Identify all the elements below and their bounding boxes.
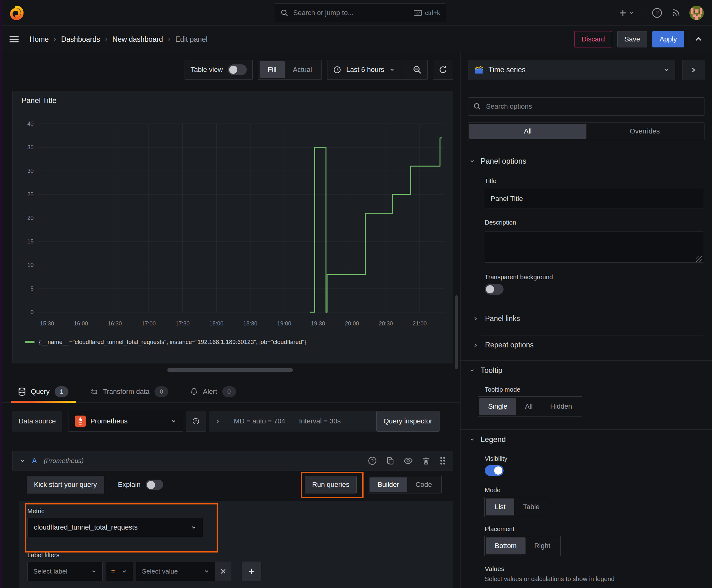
global-search[interactable]: ctrl+k: [275, 3, 446, 22]
chevron-right-icon: [690, 67, 697, 73]
svg-text:0: 0: [30, 309, 34, 315]
tab-transform-label: Transform data: [103, 387, 149, 396]
svg-text:18:00: 18:00: [209, 320, 223, 327]
query-inspector-button[interactable]: Query inspector: [376, 411, 439, 432]
mode-table-option[interactable]: Table: [514, 499, 548, 516]
select-value-dropdown[interactable]: Select value: [136, 562, 215, 581]
fill-option[interactable]: Fill: [260, 61, 285, 78]
options-search-input[interactable]: [486, 102, 699, 111]
help-button[interactable]: ?: [652, 7, 662, 18]
news-rss-button[interactable]: [671, 8, 681, 18]
delete-query-trash-icon[interactable]: [422, 457, 430, 465]
search-input[interactable]: [293, 8, 409, 17]
builder-option[interactable]: Builder: [369, 478, 407, 492]
chevron-down-icon: [122, 569, 127, 574]
transparent-background-toggle[interactable]: [485, 284, 503, 295]
collapse-header-button[interactable]: [694, 35, 703, 43]
legend-item[interactable]: {__name__="cloudflared_tunnel_total_requ…: [25, 339, 306, 345]
chevron-down-icon: [469, 368, 475, 373]
kick-start-query-button[interactable]: Kick start your query: [27, 476, 104, 493]
close-icon: [220, 569, 226, 574]
apply-button[interactable]: Apply: [652, 31, 684, 47]
query-help-icon[interactable]: ?: [368, 456, 377, 465]
options-search[interactable]: [468, 97, 705, 115]
query-options-summary[interactable]: MD = auto = 704 Interval = 30s: [209, 411, 376, 432]
remove-filter-button[interactable]: [215, 562, 231, 581]
collapse-options-button[interactable]: [683, 60, 705, 80]
tab-transform-data[interactable]: Transform data 0: [82, 381, 176, 402]
actual-option[interactable]: Actual: [285, 61, 320, 78]
explain-label: Explain: [118, 481, 141, 489]
tab-all[interactable]: All: [469, 124, 586, 139]
breadcrumb-home[interactable]: Home: [29, 35, 49, 44]
metric-select[interactable]: cloudflared_tunnel_total_requests: [27, 518, 203, 537]
transparent-background-label: Transparent background: [485, 274, 553, 281]
chevron-down-icon: [469, 158, 475, 164]
mode-label: Mode: [485, 486, 500, 494]
repeat-options-section[interactable]: Repeat options: [473, 341, 534, 349]
svg-text:19:30: 19:30: [311, 320, 325, 327]
mode-list-option[interactable]: List: [486, 499, 514, 516]
query-ref-id[interactable]: A: [32, 457, 37, 465]
menu-toggle[interactable]: [9, 36, 19, 43]
drag-handle-icon[interactable]: [439, 456, 446, 465]
collapse-query-icon[interactable]: [19, 458, 25, 464]
title-field-label: Title: [485, 177, 496, 185]
tab-query[interactable]: Query 1: [10, 381, 77, 402]
hide-query-eye-icon[interactable]: [404, 457, 412, 465]
placement-bottom-option[interactable]: Bottom: [486, 538, 525, 554]
select-label-dropdown[interactable]: Select label: [27, 562, 103, 581]
chevron-down-icon: [91, 569, 97, 574]
add-filter-button[interactable]: [242, 562, 261, 581]
panel-title-input[interactable]: [485, 189, 703, 209]
vertical-scrollbar[interactable]: [455, 295, 458, 369]
legend-swatch: [25, 341, 35, 343]
grafana-logo[interactable]: [9, 5, 24, 20]
zoom-out-time-button[interactable]: [407, 65, 427, 74]
data-source-row: Data source Prometheus ? MD = auto = 704…: [12, 411, 439, 432]
run-queries-button[interactable]: Run queries: [305, 476, 357, 493]
description-textarea[interactable]: [485, 231, 703, 262]
table-view-toggle[interactable]: [228, 64, 247, 75]
interval-stat: Interval = 30s: [299, 417, 341, 425]
data-source-picker[interactable]: Prometheus: [68, 411, 183, 432]
textarea-resize-grip[interactable]: [696, 256, 702, 262]
code-option[interactable]: Code: [407, 478, 440, 492]
legend-section[interactable]: Legend: [469, 435, 506, 444]
chevron-right-icon: [473, 343, 478, 348]
duplicate-query-icon[interactable]: [386, 457, 394, 465]
explain-toggle[interactable]: [146, 480, 163, 490]
svg-text:5: 5: [30, 286, 34, 292]
table-view-label: Table view: [191, 66, 223, 74]
svg-text:17:30: 17:30: [175, 320, 190, 327]
time-range-picker[interactable]: Last 6 hours: [327, 60, 428, 80]
visualization-picker[interactable]: Time series: [468, 60, 675, 80]
legend-visibility-toggle[interactable]: [485, 465, 503, 476]
breadcrumb-new-dashboard[interactable]: New dashboard: [112, 35, 163, 44]
tooltip-section[interactable]: Tooltip: [469, 366, 502, 375]
tab-overrides[interactable]: Overrides: [586, 124, 704, 139]
save-button[interactable]: Save: [617, 31, 647, 47]
chevron-down-icon: [191, 525, 196, 530]
tooltip-all-option[interactable]: All: [516, 398, 541, 415]
tooltip-hidden-option[interactable]: Hidden: [542, 398, 581, 415]
panel-links-section[interactable]: Panel links: [473, 314, 520, 323]
refresh-button[interactable]: [433, 60, 453, 80]
data-source-help-button[interactable]: ?: [186, 411, 206, 432]
user-avatar[interactable]: [689, 6, 704, 20]
svg-text:18:30: 18:30: [243, 320, 257, 327]
placement-right-option[interactable]: Right: [525, 538, 559, 554]
builder-code-segmented: Builder Code: [368, 476, 442, 493]
discard-button[interactable]: Discard: [574, 31, 612, 47]
tab-query-label: Query: [31, 387, 50, 396]
time-series-chart[interactable]: 051015202530354015:3016:0016:3017:0017:3…: [18, 116, 448, 330]
operator-dropdown[interactable]: =: [105, 562, 133, 581]
add-menu-button[interactable]: [619, 9, 634, 17]
pane-resize-handle[interactable]: [167, 368, 293, 372]
tooltip-single-option[interactable]: Single: [479, 398, 516, 415]
svg-text:15:30: 15:30: [40, 320, 54, 327]
panel-view-toolbar: Table view Fill Actual Last 6 hours: [185, 60, 453, 80]
breadcrumb-dashboards[interactable]: Dashboards: [61, 35, 100, 44]
panel-options-section[interactable]: Panel options: [469, 157, 526, 166]
tab-alert[interactable]: Alert 0: [182, 381, 244, 402]
